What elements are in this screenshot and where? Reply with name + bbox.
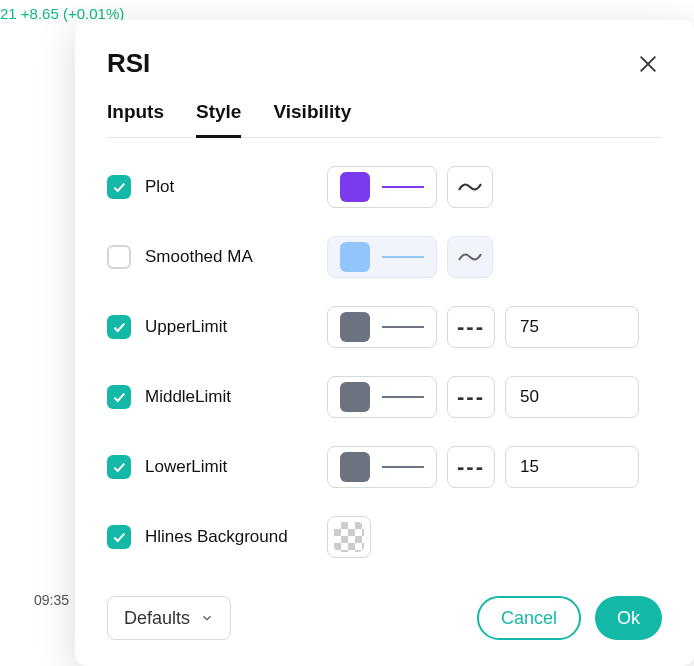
modal-footer: Defaults Cancel Ok <box>107 596 662 640</box>
transparent-swatch-icon <box>334 522 364 552</box>
check-icon <box>111 529 127 545</box>
smoothed-ma-label: Smoothed MA <box>145 247 253 267</box>
upper-limit-line-sample <box>382 326 424 328</box>
check-icon <box>111 459 127 475</box>
defaults-dropdown[interactable]: Defaults <box>107 596 231 640</box>
middle-limit-color-swatch <box>340 382 370 412</box>
row-plot: Plot <box>107 166 662 208</box>
chevron-down-icon <box>200 611 214 625</box>
upper-limit-color-swatch <box>340 312 370 342</box>
modal-title: RSI <box>107 48 150 79</box>
hlines-checkbox[interactable] <box>107 525 131 549</box>
smoothed-ma-line-style-button[interactable] <box>447 236 493 278</box>
lower-limit-dash-button[interactable]: --- <box>447 446 495 488</box>
style-rows: Plot Smoothed MA <box>107 166 662 572</box>
lower-limit-color-swatch <box>340 452 370 482</box>
plot-label: Plot <box>145 177 174 197</box>
tab-visibility[interactable]: Visibility <box>273 101 351 138</box>
middle-limit-input[interactable] <box>505 376 639 418</box>
upper-limit-input[interactable] <box>505 306 639 348</box>
smoothed-ma-color-swatch <box>340 242 370 272</box>
wave-icon <box>458 250 482 264</box>
plot-line-style-button[interactable] <box>447 166 493 208</box>
middle-limit-color-picker[interactable] <box>327 376 437 418</box>
hlines-color-picker[interactable] <box>327 516 371 558</box>
modal-header: RSI <box>107 48 662 79</box>
cancel-button[interactable]: Cancel <box>477 596 581 640</box>
upper-limit-checkbox[interactable] <box>107 315 131 339</box>
smoothed-ma-color-picker[interactable] <box>327 236 437 278</box>
upper-limit-dash-button[interactable]: --- <box>447 306 495 348</box>
defaults-label: Defaults <box>124 608 190 629</box>
tabs: Inputs Style Visibility <box>107 101 662 138</box>
middle-limit-dash-button[interactable]: --- <box>447 376 495 418</box>
upper-limit-color-picker[interactable] <box>327 306 437 348</box>
close-button[interactable] <box>634 50 662 78</box>
row-hlines-background: Hlines Background <box>107 516 662 558</box>
rsi-settings-modal: RSI Inputs Style Visibility Plot <box>75 20 694 666</box>
tab-inputs[interactable]: Inputs <box>107 101 164 138</box>
lower-limit-line-sample <box>382 466 424 468</box>
smoothed-ma-checkbox[interactable] <box>107 245 131 269</box>
row-middle-limit: MiddleLimit --- <box>107 376 662 418</box>
wave-icon <box>458 180 482 194</box>
plot-line-sample <box>382 186 424 188</box>
plot-color-picker[interactable] <box>327 166 437 208</box>
time-axis-label: 09:35 <box>34 592 69 608</box>
plot-checkbox[interactable] <box>107 175 131 199</box>
lower-limit-color-picker[interactable] <box>327 446 437 488</box>
check-icon <box>111 319 127 335</box>
check-icon <box>111 179 127 195</box>
middle-limit-checkbox[interactable] <box>107 385 131 409</box>
lower-limit-checkbox[interactable] <box>107 455 131 479</box>
ok-button[interactable]: Ok <box>595 596 662 640</box>
row-upper-limit: UpperLimit --- <box>107 306 662 348</box>
check-icon <box>111 389 127 405</box>
close-icon <box>637 53 659 75</box>
middle-limit-label: MiddleLimit <box>145 387 231 407</box>
upper-limit-label: UpperLimit <box>145 317 227 337</box>
smoothed-ma-line-sample <box>382 256 424 258</box>
row-lower-limit: LowerLimit --- <box>107 446 662 488</box>
hlines-label: Hlines Background <box>145 527 288 547</box>
middle-limit-line-sample <box>382 396 424 398</box>
plot-color-swatch <box>340 172 370 202</box>
lower-limit-input[interactable] <box>505 446 639 488</box>
tab-style[interactable]: Style <box>196 101 241 138</box>
lower-limit-label: LowerLimit <box>145 457 227 477</box>
row-smoothed-ma: Smoothed MA <box>107 236 662 278</box>
